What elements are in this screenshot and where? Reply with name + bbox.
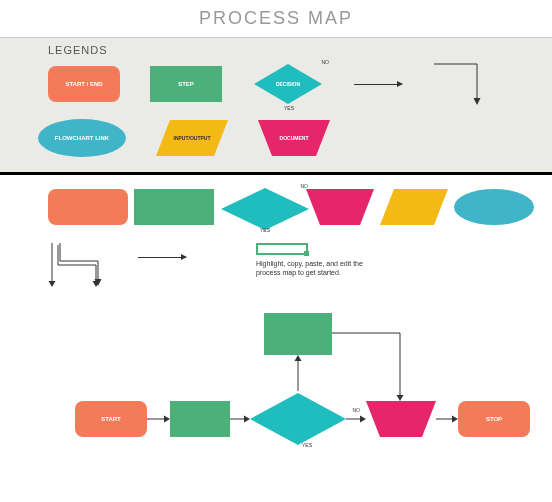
- palette-bent-down-left[interactable]: [48, 243, 108, 287]
- legend-step: STEP: [150, 66, 222, 102]
- legends-header: LEGENDS: [0, 44, 552, 56]
- palette-diamond-yes: YES: [260, 227, 270, 233]
- legend-step-label: STEP: [178, 81, 194, 87]
- page-title: PROCESS MAP: [0, 0, 552, 37]
- highlight-box-icon: [256, 243, 308, 255]
- flow-connectors: [0, 313, 552, 473]
- legend-input-output: INPUT/OUTPUT: [156, 120, 228, 156]
- palette-rect[interactable]: [134, 189, 214, 225]
- palette-parallelogram[interactable]: [380, 189, 448, 225]
- svg-marker-14: [164, 416, 170, 423]
- legend-start-end: START / END: [48, 66, 120, 102]
- palette-rounded[interactable]: [48, 189, 128, 225]
- legend-row-1: START / END STEP DECISION NO YES: [0, 62, 552, 106]
- svg-marker-6: [380, 189, 448, 225]
- legend-link-label: FLOWCHART LINK: [55, 135, 109, 141]
- palette-diamond[interactable]: NO YES: [220, 187, 300, 227]
- legend-decision-yes: YES: [284, 105, 294, 111]
- legend-document: DOCUMENT: [258, 120, 330, 156]
- svg-marker-4: [221, 188, 309, 230]
- svg-marker-18: [360, 416, 366, 423]
- legend-start-end-label: START / END: [65, 81, 102, 87]
- svg-marker-23: [397, 395, 404, 401]
- svg-marker-1: [474, 98, 481, 105]
- legend-bent-arrow: [432, 62, 492, 106]
- legend-decision-no: NO: [322, 59, 330, 65]
- example-flow: START NO YES STOP: [0, 313, 552, 473]
- legend-io-label: INPUT/OUTPUT: [174, 135, 211, 141]
- svg-marker-10: [49, 281, 56, 287]
- svg-marker-22: [295, 355, 302, 361]
- legend-document-label: DOCUMENT: [280, 135, 309, 141]
- palette-ellipse[interactable]: [454, 189, 534, 225]
- legend-row-2: FLOWCHART LINK INPUT/OUTPUT DOCUMENT: [0, 116, 552, 160]
- svg-marker-5: [306, 189, 374, 225]
- legend-arrow: [354, 84, 402, 85]
- legends-panel: LEGENDS START / END STEP DECISION NO YES…: [0, 38, 552, 175]
- utility-row: Highlight, copy, paste, and edit the pro…: [0, 243, 552, 303]
- legend-decision: DECISION NO YES: [252, 62, 324, 106]
- instruction-text: Highlight, copy, paste, and edit the pro…: [256, 259, 386, 277]
- svg-marker-9: [95, 279, 102, 286]
- resize-handle-icon: [304, 251, 309, 256]
- palette-trapezoid[interactable]: [306, 189, 374, 225]
- shape-palette-row: NO YES: [0, 187, 552, 227]
- legend-decision-label: DECISION: [276, 81, 300, 87]
- palette-arrow-h[interactable]: [138, 257, 186, 258]
- svg-marker-16: [244, 416, 250, 423]
- legend-flowchart-link: FLOWCHART LINK: [38, 119, 126, 157]
- instruction-block: Highlight, copy, paste, and edit the pro…: [256, 243, 386, 277]
- svg-marker-20: [452, 416, 458, 423]
